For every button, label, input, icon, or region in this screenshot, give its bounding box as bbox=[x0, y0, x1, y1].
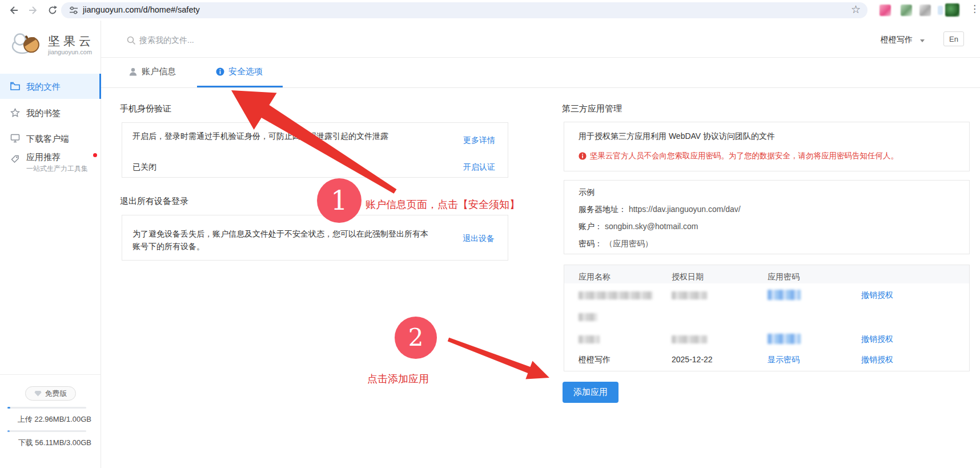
info-circle-icon bbox=[216, 67, 224, 78]
security-warning-row: 坚果云官方人员不会向您索取应用密码。为了您的数据安全，请勿将应用密码告知任何人。 bbox=[579, 151, 898, 161]
redacted-password-link bbox=[768, 290, 801, 300]
phone-verify-desc: 开启后，登录时需通过手机验证身份，可防止因密码泄露引起的文件泄露 bbox=[132, 131, 388, 142]
redacted-app-name-line2 bbox=[579, 313, 597, 321]
extension-icon-3[interactable] bbox=[919, 5, 931, 16]
auth-date-cell: 2025-12-22 bbox=[672, 355, 713, 364]
password-label: 密码： bbox=[579, 239, 603, 248]
revoke-authorization-link[interactable]: 撤销授权 bbox=[861, 334, 893, 345]
logo-domain: jianguoyun.com bbox=[48, 49, 92, 55]
phone-verify-card: 开启后，登录时需通过手机验证身份，可防止因密码泄露引起的文件泄露 更多详情 已关… bbox=[122, 122, 508, 178]
folder-icon bbox=[10, 82, 20, 93]
redacted-app-name bbox=[579, 335, 600, 343]
reload-icon[interactable] bbox=[46, 3, 59, 17]
sidebar-item-label: 我的文件 bbox=[26, 82, 61, 93]
sidebar-divider bbox=[0, 374, 101, 375]
plan-badge[interactable]: 免费版 bbox=[25, 386, 76, 401]
warning-icon bbox=[579, 152, 587, 160]
step2-number: 2 bbox=[408, 323, 424, 351]
sidebar-item-bookmarks[interactable]: 我的书签 bbox=[0, 100, 101, 125]
language-toggle-button[interactable]: En bbox=[943, 31, 964, 46]
revoke-authorization-link[interactable]: 撤销授权 bbox=[861, 290, 893, 301]
phone-verify-status: 已关闭 bbox=[132, 162, 156, 173]
search-icon bbox=[127, 36, 136, 47]
logout-devices-link[interactable]: 退出设备 bbox=[463, 234, 495, 244]
tab-account-info[interactable]: 账户信息 bbox=[142, 66, 176, 77]
security-warning-text: 坚果云官方人员不会向您索取应用密码。为了您的数据安全，请勿将应用密码告知任何人。 bbox=[590, 151, 898, 161]
settings-tabbar: 账户信息 安全选项 bbox=[101, 58, 980, 88]
col-header-app-name: 应用名称 bbox=[579, 272, 611, 282]
tune-icon[interactable] bbox=[69, 6, 78, 17]
example-title: 示例 bbox=[579, 187, 595, 198]
app-name-cell: 橙橙写作 bbox=[579, 355, 611, 365]
redacted-app-name bbox=[579, 291, 653, 299]
extension-icon-5[interactable] bbox=[945, 3, 959, 17]
browser-chrome: jianguoyun.com/d/home#/safety ☆ ⋮ bbox=[0, 0, 980, 21]
tab-security-options[interactable]: 安全选项 bbox=[228, 66, 263, 77]
third-party-section-title: 第三方应用管理 bbox=[562, 103, 622, 114]
person-icon bbox=[128, 67, 138, 78]
logo-title: 坚果云 bbox=[48, 33, 94, 49]
forward-icon[interactable] bbox=[26, 3, 40, 17]
download-progress-bar bbox=[7, 430, 86, 432]
bookmark-star-icon[interactable]: ☆ bbox=[851, 3, 861, 16]
upload-quota-text: 上传 22.96MB/1.00GB bbox=[7, 414, 91, 425]
show-password-link[interactable]: 显示密码 bbox=[768, 355, 800, 365]
step2-arrow bbox=[448, 338, 549, 379]
logout-desc-line1: 为了避免设备丢失后，账户信息及文件处于不安全状态，您可以在此强制登出所有本 bbox=[132, 229, 428, 239]
sidebar-item-sublabel: 一站式生产力工具集 bbox=[26, 164, 88, 174]
extension-icon-2[interactable] bbox=[901, 5, 912, 16]
revoke-authorization-link[interactable]: 撤销授权 bbox=[861, 355, 893, 365]
step2-annotation-text: 点击添加应用 bbox=[367, 372, 429, 386]
page-header: 搜索我的文件... 橙橙写作 En bbox=[101, 21, 980, 58]
redacted-auth-date bbox=[672, 291, 707, 299]
star-icon bbox=[10, 108, 20, 119]
download-quota-text: 下载 56.11MB/3.00GB bbox=[7, 438, 91, 448]
user-menu[interactable]: 橙橙写作 bbox=[881, 35, 913, 45]
screen: jianguoyun.com/d/home#/safety ☆ ⋮ 坚果云 ji… bbox=[0, 0, 980, 468]
step2-circle bbox=[395, 317, 437, 359]
step1-annotation-text: 账户信息页面，点击【安全须知】 bbox=[366, 198, 520, 211]
sidebar-item-label: 我的书签 bbox=[26, 108, 61, 119]
diamond-icon bbox=[34, 390, 42, 397]
sidebar-item-app-recommend[interactable]: 应用推荐 一站式生产力工具集 bbox=[0, 145, 101, 179]
step1-number: 1 bbox=[331, 185, 347, 216]
logout-card: 为了避免设备丢失后，账户信息及文件处于不安全状态，您可以在此强制登出所有本 账号… bbox=[122, 215, 508, 261]
password-value: （应用密码） bbox=[605, 239, 653, 248]
enable-verification-link[interactable]: 开启认证 bbox=[463, 162, 495, 173]
redacted-auth-date bbox=[672, 335, 707, 343]
plan-badge-label: 免费版 bbox=[45, 389, 67, 399]
example-account-row: 账户： songbin.sky@hotmail.com bbox=[579, 222, 698, 232]
chevron-down-icon[interactable] bbox=[920, 39, 925, 42]
active-tab-underline bbox=[197, 86, 283, 87]
server-label: 服务器地址： bbox=[579, 205, 626, 214]
redacted-password-link bbox=[768, 334, 801, 344]
col-header-auth-date: 授权日期 bbox=[672, 272, 704, 282]
url-text[interactable]: jianguoyun.com/d/home#/safety bbox=[83, 5, 200, 14]
webdav-info-card: 用于授权第三方应用利用 WebDAV 协议访问团队的文件 坚果云官方人员不会向您… bbox=[564, 122, 970, 171]
extension-icon-4[interactable] bbox=[938, 6, 943, 15]
back-icon[interactable] bbox=[7, 3, 21, 17]
server-value: https://dav.jianguoyun.com/dav/ bbox=[629, 205, 741, 214]
account-label: 账户： bbox=[579, 222, 603, 231]
logout-desc-line2: 账号下的所有设备。 bbox=[132, 242, 204, 252]
authorized-apps-table: 应用名称 授权日期 应用密码 撤销授权 撤销授权 橙橙写作 2025-12-22… bbox=[564, 265, 970, 371]
webdav-example-card: 示例 服务器地址： https://dav.jianguoyun.com/dav… bbox=[564, 180, 970, 254]
search-input[interactable]: 搜索我的文件... bbox=[139, 35, 194, 46]
phone-verify-section-title: 手机身份验证 bbox=[120, 103, 171, 114]
notification-dot bbox=[93, 153, 97, 157]
sidebar-item-my-files[interactable]: 我的文件 bbox=[0, 74, 101, 99]
example-server-row: 服务器地址： https://dav.jianguoyun.com/dav/ bbox=[579, 205, 741, 215]
add-app-button[interactable]: 添加应用 bbox=[563, 382, 618, 403]
nutstore-logo-icon bbox=[10, 30, 46, 58]
account-value: songbin.sky@hotmail.com bbox=[605, 222, 698, 231]
sidebar-item-label: 应用推荐 bbox=[26, 152, 61, 163]
upload-progress-bar bbox=[7, 407, 86, 409]
logout-section-title: 退出所有设备登录 bbox=[120, 196, 188, 207]
monitor-icon bbox=[10, 134, 20, 145]
extension-icon-1[interactable] bbox=[879, 5, 891, 16]
browser-menu-icon[interactable]: ⋮ bbox=[970, 3, 979, 15]
example-password-row: 密码： （应用密码） bbox=[579, 239, 653, 249]
table-header-row bbox=[564, 265, 969, 283]
more-details-link[interactable]: 更多详情 bbox=[463, 135, 495, 146]
webdav-desc: 用于授权第三方应用利用 WebDAV 协议访问团队的文件 bbox=[579, 131, 775, 142]
